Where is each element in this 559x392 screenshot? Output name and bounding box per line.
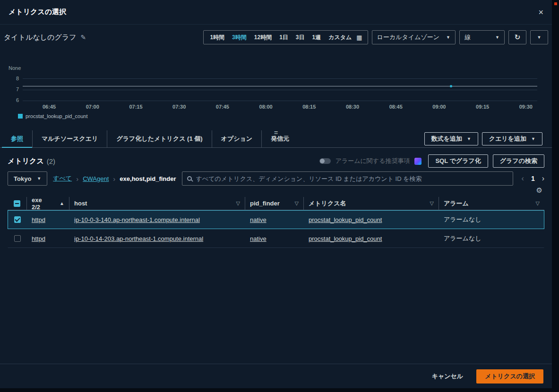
column-label: host (74, 200, 87, 207)
graph-search-button[interactable]: グラフの検索 (493, 154, 544, 168)
x-tick: 07:45 (216, 104, 229, 110)
pagination: ‹ 1 › (522, 174, 544, 183)
search-icon (187, 176, 192, 181)
range-3h[interactable]: 3時間 (228, 34, 250, 42)
gear-icon[interactable]: ⚙ (536, 187, 542, 195)
tab-options[interactable]: オプション (212, 130, 262, 147)
select-metrics-label: メトリクスの選択 (485, 372, 535, 381)
filter-icon[interactable]: ▽ (236, 200, 240, 206)
time-range-group: 1時間 3時間 12時間 1日 3日 1週 カスタム ▦ (203, 30, 368, 44)
graph-controls: 1時間 3時間 12時間 1日 3日 1週 カスタム ▦ ローカルタイムゾーン … (203, 30, 548, 44)
breadcrumb: すべて › CWAgent › exe,host,pid_finder (53, 174, 176, 183)
range-12h[interactable]: 12時間 (250, 34, 275, 42)
legend-swatch (18, 114, 23, 119)
refresh-button[interactable]: ↻ (508, 30, 526, 44)
metrics-count: (2) (47, 157, 55, 165)
column-header-alarm[interactable]: アラーム ▽ (439, 197, 544, 210)
table-row[interactable]: httpd ip-10-0-3-140.ap-northeast-1.compu… (8, 210, 544, 229)
select-metrics-button[interactable]: メトリクスの選択 (476, 369, 543, 383)
pid-finder-link[interactable]: native (250, 235, 267, 242)
timezone-select[interactable]: ローカルタイムゾーン ▼ (372, 30, 456, 44)
breadcrumb-all-link[interactable]: すべて (53, 174, 72, 183)
select-metrics-dialog: メトリクスの選択 × タイトルなしのグラフ ✎ 1時間 3時間 12時間 1日 … (0, 0, 552, 388)
metrics-header-bar: メトリクス (2) アラームに関する推奨事項 SQL でグラフ化 グラフの検索 (8, 154, 544, 168)
x-tick: 08:00 (259, 104, 273, 110)
graph-search-label: グラフの検索 (500, 157, 537, 165)
region-select[interactable]: Tokyo ▼ (8, 171, 47, 186)
metrics-filter-row: Tokyo ▼ すべて › CWAgent › exe,host,pid_fin… (8, 171, 544, 186)
edit-title-icon[interactable]: ✎ (81, 34, 86, 41)
chart-legend[interactable]: procstat_lookup_pid_count (18, 113, 87, 119)
graph-type-select[interactable]: 線 ▼ (459, 30, 505, 44)
tab-actions: 数式を追加 ▼ クエリを追加 ▼ (424, 130, 542, 147)
chevron-right-icon: › (76, 175, 78, 183)
tab-browse[interactable]: 参照 (2, 130, 32, 147)
range-1d[interactable]: 1日 (275, 34, 292, 42)
x-tick: 09:00 (432, 104, 446, 110)
row-checkbox[interactable] (14, 235, 21, 242)
filter-icon[interactable]: ▽ (295, 200, 299, 206)
column-header-pid-finder[interactable]: pid_finder ▽ (245, 197, 303, 210)
legend-label: procstat_lookup_pid_count (26, 113, 87, 119)
next-page-icon[interactable]: › (542, 174, 544, 183)
exe-link[interactable]: httpd (32, 216, 45, 223)
add-query-label: クエリを追加 (489, 135, 526, 143)
select-all-cell (8, 197, 26, 210)
recording-dot (554, 2, 557, 5)
chevron-right-icon: › (113, 175, 115, 183)
exe-link[interactable]: httpd (32, 235, 45, 242)
chevron-down-icon: ▼ (446, 35, 450, 40)
range-1w[interactable]: 1週 (309, 34, 325, 42)
range-custom[interactable]: カスタム (325, 34, 355, 42)
calendar-icon[interactable]: ▦ (356, 34, 362, 41)
metrics-title: メトリクス (8, 157, 44, 166)
graph-with-sql-button[interactable]: SQL でグラフ化 (428, 154, 488, 168)
add-query-button[interactable]: クエリを追加 ▼ (482, 132, 542, 145)
dialog-footer: キャンセル メトリクスの選択 (0, 364, 552, 388)
breadcrumb-cwagent-link[interactable]: CWAgent (83, 175, 109, 182)
filter-icon[interactable]: ▽ (536, 200, 540, 206)
table-row[interactable]: httpd ip-10-0-14-203.ap-northeast-1.comp… (8, 229, 544, 248)
row-select-cell (8, 216, 27, 223)
metric-name-link[interactable]: procstat_lookup_pid_count (309, 216, 382, 223)
tab-multi-source-query[interactable]: マルチソースクエリ (32, 130, 107, 147)
current-page[interactable]: 1 (531, 175, 535, 182)
filter-icon[interactable]: ▽ (430, 200, 434, 206)
chevron-down-icon: ▼ (537, 35, 542, 40)
host-link[interactable]: ip-10-0-3-140.ap-northeast-1.compute.int… (74, 216, 200, 223)
cancel-button[interactable]: キャンセル (432, 372, 464, 381)
series-point (450, 85, 452, 87)
pid-finder-link[interactable]: native (250, 216, 267, 223)
column-label: exe 2/2 (32, 196, 52, 211)
column-header-exe[interactable]: exe 2/2 ▲ (26, 197, 69, 210)
add-math-button[interactable]: 数式を追加 ▼ (424, 132, 478, 145)
gridline (23, 101, 537, 101)
refresh-options-button[interactable]: ▼ (530, 30, 548, 44)
refresh-icon: ↻ (515, 33, 521, 42)
row-checkbox[interactable] (14, 216, 21, 223)
x-tick: 07:00 (86, 104, 99, 110)
column-header-host[interactable]: host ▽ (69, 197, 245, 210)
alarm-recommendations-toggle[interactable] (319, 158, 331, 164)
chevron-down-icon: ▼ (37, 176, 41, 181)
select-all-checkbox[interactable] (14, 200, 20, 207)
region-label: Tokyo (14, 175, 31, 182)
add-math-label: 数式を追加 (431, 135, 462, 143)
tab-graphed-metrics[interactable]: グラフ化したメトリクス (1 個) (107, 130, 211, 147)
graph-type-label: 線 (464, 33, 471, 42)
amazon-q-icon (414, 158, 421, 165)
range-1h[interactable]: 1時間 (206, 34, 228, 42)
x-tick: 08:45 (389, 104, 403, 110)
column-header-metric-name[interactable]: メトリクス名 ▽ (303, 197, 439, 210)
previous-page-icon[interactable]: ‹ (522, 174, 524, 183)
range-3d[interactable]: 3日 (292, 34, 309, 42)
metric-name-link[interactable]: procstat_lookup_pid_count (309, 235, 382, 242)
table-preferences-row: ⚙ (0, 187, 542, 195)
sort-ascending-icon[interactable]: ▲ (60, 201, 64, 206)
alarm-status: アラームなし (444, 215, 482, 224)
host-link[interactable]: ip-10-0-14-203.ap-northeast-1.compute.in… (74, 235, 203, 242)
tab-source[interactable]: 発信元 (261, 130, 298, 147)
metrics-search-input[interactable] (196, 175, 508, 182)
close-icon[interactable]: × (538, 8, 543, 17)
column-label: pid_finder (250, 200, 280, 207)
